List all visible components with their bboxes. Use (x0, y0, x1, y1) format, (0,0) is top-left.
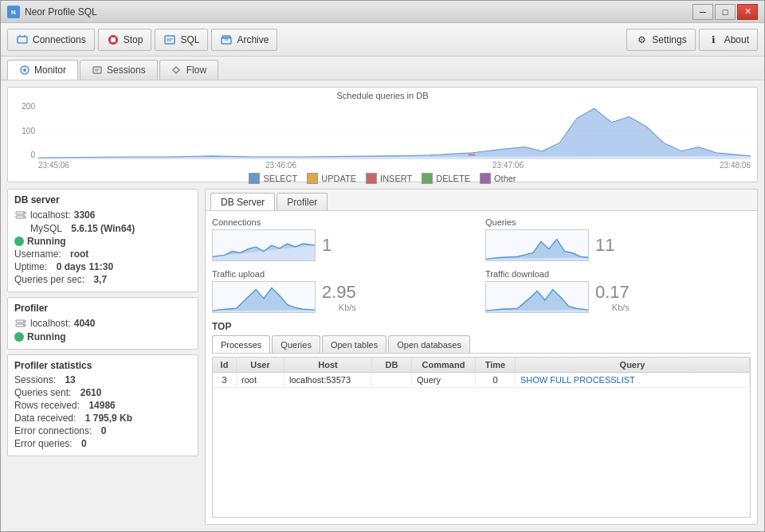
profiler-section: Profiler localhost: 4040 Running (7, 297, 198, 350)
svg-text:N: N (11, 9, 16, 16)
tab-sessions[interactable]: Sessions (80, 60, 158, 80)
tab-flow[interactable]: Flow (159, 60, 218, 80)
maximize-button[interactable]: □ (715, 4, 736, 20)
traffic-upload-value: 2.95 (322, 282, 356, 303)
svg-marker-19 (38, 108, 751, 159)
svg-point-23 (23, 213, 25, 214)
username-row: Username: root (14, 248, 191, 260)
cell-time: 0 (476, 373, 516, 387)
chart-svg (38, 102, 751, 159)
db-status-dot (14, 237, 24, 246)
process-tabs: Processes Queries Open tables Open datab… (212, 335, 751, 354)
header-host: Host (284, 358, 372, 372)
rows-received-row: Rows received: 14986 (14, 400, 191, 411)
metrics-grid: Connections 1 (212, 217, 751, 313)
queries-sent-label: Queries sent: (14, 387, 71, 398)
tab-monitor-label: Monitor (34, 65, 66, 76)
metric-traffic-upload: Traffic upload 2.95 (212, 269, 477, 313)
cell-db (372, 373, 412, 387)
chart-title: Schedule queries in DB (14, 91, 751, 100)
minimize-button[interactable]: ─ (692, 4, 713, 20)
flow-icon (171, 65, 182, 76)
toolbar-right: ⚙ Settings ℹ About (626, 29, 758, 51)
traffic-download-chart-svg (486, 282, 588, 312)
traffic-download-unit: Kb/s (612, 303, 630, 312)
svg-marker-29 (213, 244, 315, 260)
right-tab-profiler-label: Profiler (287, 197, 317, 208)
settings-icon: ⚙ (635, 33, 648, 46)
legend-delete-color (422, 173, 433, 184)
window-controls: ─ □ ✕ (692, 4, 758, 20)
legend-update-label: UPDATE (321, 174, 356, 183)
process-tab-open-databases[interactable]: Open databases (388, 335, 470, 353)
header-db: DB (372, 358, 412, 372)
profiler-port: 4040 (74, 318, 96, 329)
settings-label: Settings (652, 34, 686, 45)
mysql-version-row: MySQL 5.6.15 (Win64) (14, 223, 191, 234)
title-bar: N Neor Profile SQL ─ □ ✕ (1, 1, 764, 23)
table-header: Id User Host DB Command Time Query (213, 358, 750, 373)
tab-monitor[interactable]: Monitor (7, 60, 78, 80)
main-tabs: Monitor Sessions Flow (1, 57, 764, 80)
right-content: Connections 1 (206, 211, 757, 524)
header-time: Time (476, 358, 516, 372)
queries-sent-row: Queries sent: 2610 (14, 387, 191, 398)
profiler-title: Profiler (14, 303, 191, 314)
archive-icon (220, 33, 233, 46)
sessions-row: Sessions: 13 (14, 374, 191, 385)
svg-rect-6 (111, 37, 116, 42)
svg-point-27 (23, 321, 25, 323)
about-label: About (724, 34, 749, 45)
toolbar: Connections Stop SQL Archive (1, 23, 764, 57)
profiler-host-row: localhost: 4040 (14, 317, 191, 330)
archive-button[interactable]: Archive (211, 29, 277, 51)
legend-update-color (307, 173, 318, 184)
process-tab-queries[interactable]: Queries (272, 335, 320, 353)
cell-command: Query (412, 373, 476, 387)
metric-queries: Queries 11 (485, 217, 751, 261)
metric-connections: Connections 1 (212, 217, 477, 261)
db-server-section: DB server localhost: 3306 MySQL 5.6.15 (… (7, 189, 198, 292)
toolbar-left: Connections Stop SQL Archive (7, 29, 277, 51)
about-icon: ℹ (708, 33, 720, 46)
queries-chart (485, 229, 589, 261)
profiler-stats-title: Profiler statistics (14, 360, 191, 371)
right-panel: DB Server Profiler Connections (205, 189, 758, 525)
traffic-download-chart (485, 281, 589, 313)
header-query: Query (516, 358, 750, 372)
mysql-version: 5.6.15 (Win64) (71, 223, 135, 234)
db-port: 3306 (74, 209, 96, 221)
sql-button[interactable]: SQL (155, 29, 208, 51)
process-tab-open-tables[interactable]: Open tables (322, 335, 386, 353)
table-row[interactable]: 3 root localhost:53573 Query 0 SHOW FULL… (213, 373, 750, 388)
about-button[interactable]: ℹ About (699, 29, 758, 51)
connections-button[interactable]: Connections (7, 29, 95, 51)
svg-point-28 (23, 325, 25, 327)
legend-other-label: Other (494, 174, 516, 183)
process-tab-processes-label: Processes (221, 340, 261, 350)
chart-x-labels: 23:45:06 23:46:06 23:47:06 23:48:06 (38, 161, 751, 170)
monitor-icon (19, 65, 30, 76)
settings-button[interactable]: ⚙ Settings (626, 29, 695, 51)
tab-sessions-label: Sessions (107, 65, 146, 76)
stop-button[interactable]: Stop (98, 29, 152, 51)
right-tab-profiler[interactable]: Profiler (277, 193, 328, 210)
db-host-row: localhost: 3306 (14, 209, 191, 221)
db-host: localhost: (30, 209, 71, 221)
legend-update: UPDATE (307, 173, 356, 184)
error-queries-row: Error queries: 0 (14, 438, 191, 449)
top-label: TOP (212, 321, 751, 332)
close-button[interactable]: ✕ (737, 4, 758, 20)
svg-rect-15 (93, 67, 101, 73)
header-id: Id (213, 358, 237, 372)
sessions-label: Sessions: (14, 374, 56, 385)
process-tab-processes[interactable]: Processes (212, 335, 270, 353)
main-window: N Neor Profile SQL ─ □ ✕ Connections Sto… (0, 0, 765, 532)
uptime-value: 0 days 11:30 (57, 261, 113, 272)
traffic-upload-label: Traffic upload (212, 269, 477, 279)
db-server-title: DB server (14, 194, 191, 205)
svg-point-14 (23, 68, 26, 72)
right-tab-dbserver[interactable]: DB Server (210, 193, 275, 210)
data-received-value: 1 795,9 Kb (85, 413, 132, 424)
queries-metric-label: Queries (485, 217, 751, 227)
